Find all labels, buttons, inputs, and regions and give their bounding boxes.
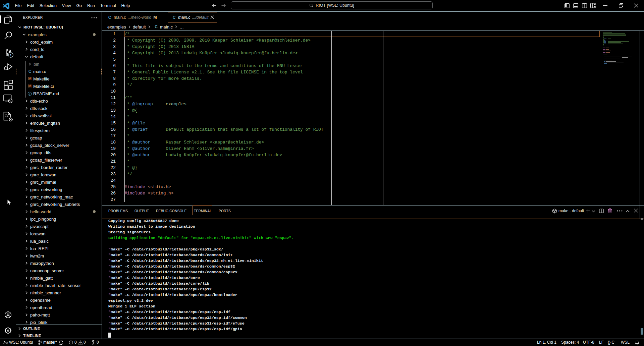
svg-text:1: 1 <box>10 53 11 57</box>
